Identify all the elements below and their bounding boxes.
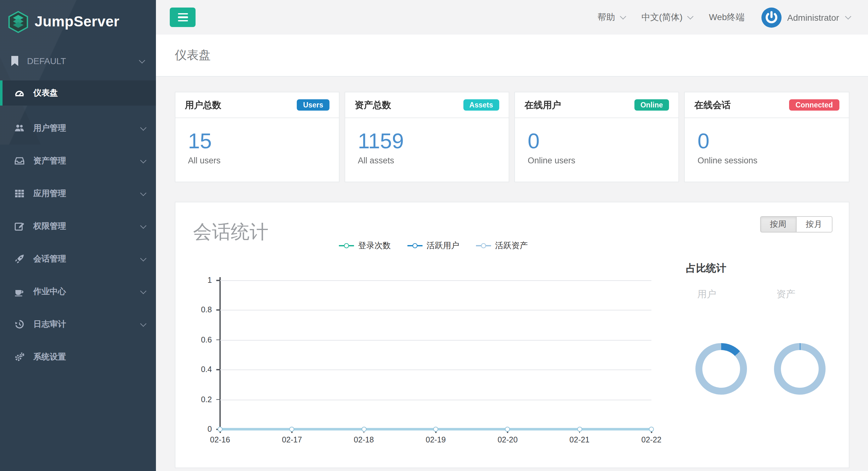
topbar-right: 帮助 中文(简体) Web终端 Administrator	[597, 7, 849, 27]
x-tick-label: 02-22	[641, 436, 661, 444]
legend-marker-icon	[476, 242, 491, 249]
ratio-label-assets: 资产	[776, 289, 795, 300]
data-point-marker	[433, 427, 438, 432]
x-tick-label: 02-18	[354, 436, 374, 444]
chevron-down-icon	[687, 13, 694, 20]
coffee-icon	[14, 287, 25, 297]
topbar: 帮助 中文(简体) Web终端 Administrator	[156, 0, 868, 35]
stat-card-assets: 资产总数 Assets 1159 All assets	[345, 92, 509, 182]
y-tick	[216, 369, 220, 370]
gears-icon	[14, 352, 25, 362]
web-terminal-link[interactable]: Web终端	[709, 12, 744, 23]
stat-card-online-sessions: 在线会话 Connected 0 Online sessions	[684, 92, 849, 182]
y-tick-label: 0.2	[201, 395, 212, 404]
sidebar-item-label: 仪表盘	[33, 87, 58, 99]
gridline	[220, 340, 651, 341]
data-point-marker	[649, 427, 654, 432]
chevron-down-icon	[845, 13, 851, 20]
gauge-icon	[14, 88, 25, 98]
stat-cards-row: 用户总数 Users 15 All users 资产总数 Assets 1159…	[175, 92, 849, 182]
status-badge: Assets	[463, 99, 499, 111]
legend-item-0[interactable]: 登录次数	[339, 240, 391, 251]
chevron-down-icon	[140, 222, 147, 229]
help-menu[interactable]: 帮助	[597, 12, 624, 23]
sidebar-item-users[interactable]: 用户管理	[0, 112, 156, 144]
range-week-button[interactable]: 按周	[760, 216, 796, 233]
user-name: Administrator	[787, 12, 839, 22]
chevron-down-icon	[140, 255, 147, 261]
sidebar-item-audit[interactable]: 日志审计	[0, 308, 156, 341]
brand-logo[interactable]: JumpServer	[0, 0, 156, 36]
y-tick-label: 0.4	[201, 365, 212, 374]
gridline	[220, 310, 651, 311]
stat-value: 0	[698, 130, 839, 152]
user-menu[interactable]: Administrator	[762, 7, 849, 27]
language-menu[interactable]: 中文(简体)	[641, 12, 692, 23]
sidebar-item-label: 权限管理	[33, 221, 66, 232]
data-point-marker	[505, 427, 510, 432]
sidebar-item-sessions[interactable]: 会话管理	[0, 242, 156, 275]
legend-item-2[interactable]: 活跃资产	[476, 240, 528, 251]
sidebar-item-applications[interactable]: 应用管理	[0, 177, 156, 210]
sidebar-toggle-button[interactable]	[170, 7, 195, 27]
stat-label: Online users	[528, 156, 669, 165]
sidebar-item-settings[interactable]: 系统设置	[0, 341, 156, 373]
org-selector[interactable]: DEFAULT	[0, 52, 156, 70]
sidebar-item-job-center[interactable]: 作业中心	[0, 275, 156, 308]
gridline	[220, 280, 651, 281]
stat-card-title: 用户总数	[185, 99, 221, 111]
stat-card-body: 1159 All assets	[345, 118, 509, 165]
stat-value: 15	[188, 130, 330, 152]
legend-label: 登录次数	[358, 240, 391, 251]
app-root: JumpServer DEFAULT 仪表盘 用户管理	[0, 0, 868, 471]
jumpserver-hexagon-logo-icon	[8, 10, 28, 33]
sidebar-item-label: 用户管理	[33, 123, 66, 134]
stat-card-header: 在线会话 Connected	[685, 92, 848, 118]
sidebar-item-permissions[interactable]: 权限管理	[0, 210, 156, 242]
avatar	[762, 7, 781, 27]
legend-item-1[interactable]: 活跃用户	[407, 240, 459, 251]
grid-icon	[14, 189, 25, 199]
chevron-down-icon	[140, 124, 147, 130]
stat-card-body: 15 All users	[176, 118, 339, 165]
sidebar-item-assets[interactable]: 资产管理	[0, 144, 156, 177]
bookmark-icon	[11, 56, 19, 66]
sidebar-item-dashboard[interactable]: 仪表盘	[0, 80, 156, 106]
stat-card-users: 用户总数 Users 15 All users	[175, 92, 340, 182]
stat-label: All users	[188, 156, 330, 165]
y-tick	[216, 399, 220, 400]
sidebar-item-label: 会话管理	[33, 253, 66, 265]
legend-label: 活跃资产	[495, 240, 528, 251]
chart-legend: 登录次数活跃用户活跃资产	[270, 240, 597, 251]
sidebar-item-label: 资产管理	[33, 155, 66, 167]
page-title: 仪表盘	[156, 35, 868, 76]
y-tick	[216, 280, 220, 281]
sidebar-item-label: 作业中心	[33, 286, 66, 297]
y-tick-label: 1	[208, 276, 212, 285]
users-icon	[14, 123, 25, 133]
brand-name: JumpServer	[35, 13, 120, 30]
chevron-down-icon	[140, 190, 147, 196]
y-tick-label: 0.6	[201, 336, 212, 344]
sidebar: JumpServer DEFAULT 仪表盘 用户管理	[0, 0, 156, 471]
y-tick-label: 0	[208, 425, 212, 434]
stat-card-title: 在线会话	[694, 99, 731, 111]
stat-card-body: 0 Online sessions	[685, 118, 848, 165]
chevron-down-icon	[140, 320, 147, 327]
stat-label: All assets	[358, 156, 499, 165]
history-icon	[14, 319, 25, 329]
sidebar-item-label: 系统设置	[33, 351, 66, 363]
gridline	[220, 399, 651, 400]
range-month-button[interactable]: 按月	[796, 216, 832, 233]
sidebar-menu: 仪表盘 用户管理 资产管理 应用管理	[0, 80, 156, 373]
x-tick-label: 02-21	[569, 436, 589, 444]
ratio-stats-title: 占比统计	[686, 262, 726, 275]
stat-label: Online sessions	[698, 156, 839, 165]
status-badge: Users	[297, 99, 330, 111]
x-tick-label: 02-19	[426, 436, 446, 444]
stat-card-body: 0 Online users	[515, 118, 679, 165]
users-donut-chart	[695, 343, 747, 395]
sidebar-item-label: 日志审计	[33, 318, 66, 330]
stat-card-title: 在线用户	[525, 99, 561, 111]
sidebar-item-label: 应用管理	[33, 188, 66, 199]
